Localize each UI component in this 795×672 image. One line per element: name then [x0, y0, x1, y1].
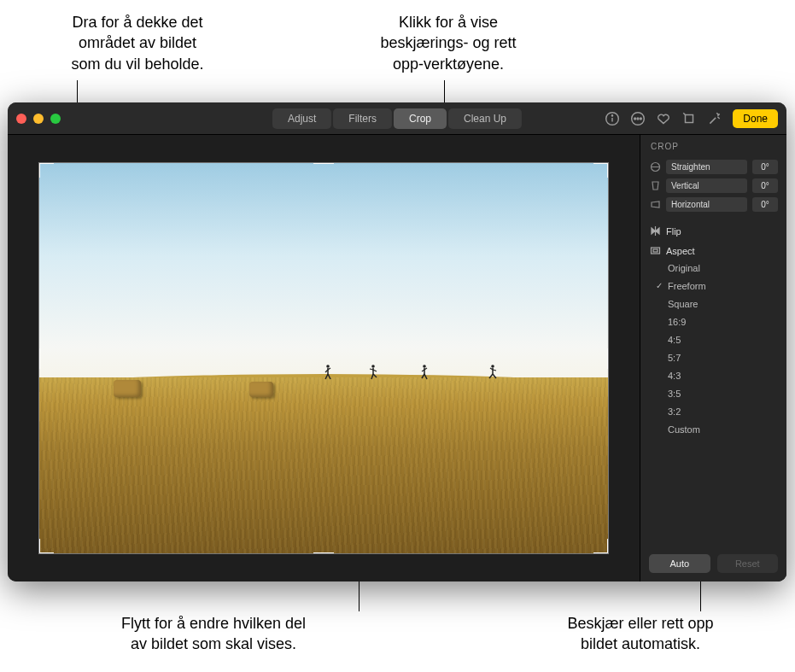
window-body: CROP Straighten 0° Vertical 0°	[8, 135, 786, 581]
edit-tabs: Adjust Filters Crop Clean Up	[272, 108, 523, 129]
horizontal-row: Horizontal 0°	[649, 197, 778, 212]
enhance-icon[interactable]	[707, 111, 722, 126]
callout-line	[700, 581, 701, 611]
crop-handle-bottom-left[interactable]	[38, 539, 54, 554]
aspect-header[interactable]: Aspect	[649, 241, 778, 260]
svg-line-23	[424, 374, 427, 379]
aspect-4-5[interactable]: 4:5	[668, 332, 778, 348]
aspect-icon	[649, 245, 661, 256]
slider-label: Straighten	[671, 162, 710, 172]
aspect-custom[interactable]: Custom	[668, 422, 778, 437]
aspect-original[interactable]: Original	[668, 260, 778, 276]
svg-rect-34	[651, 248, 659, 254]
straighten-slider[interactable]: Straighten	[666, 160, 747, 174]
callout-crop-tools: Klikk for å vise beskjærings- og rett op…	[337, 12, 559, 74]
crop-handle-top-right[interactable]	[593, 162, 609, 178]
flip-button[interactable]: Flip	[649, 221, 778, 241]
straighten-icon	[649, 161, 661, 172]
callout-drag: Dra for å dekke det området av bildet so…	[31, 12, 244, 74]
rotate-icon[interactable]	[681, 111, 697, 126]
svg-line-29	[493, 374, 496, 378]
canvas-area	[8, 135, 640, 581]
svg-line-28	[489, 374, 493, 378]
svg-point-6	[640, 118, 642, 120]
crop-handle-top[interactable]	[313, 162, 334, 164]
tab-adjust[interactable]: Adjust	[272, 108, 331, 129]
svg-point-4	[634, 118, 636, 120]
aspect-3-5[interactable]: 3:5	[668, 386, 778, 401]
info-icon[interactable]	[605, 111, 620, 126]
runner-figure	[488, 364, 497, 381]
tab-filters[interactable]: Filters	[333, 108, 392, 129]
flip-icon	[649, 225, 661, 237]
slider-label: Vertical	[671, 181, 699, 190]
svg-point-2	[612, 114, 613, 115]
crop-handle-left[interactable]	[38, 348, 40, 369]
svg-point-14	[371, 365, 375, 369]
slider-label: Horizontal	[671, 200, 710, 209]
runner-figure	[324, 364, 332, 381]
crop-handle-top-left[interactable]	[38, 162, 54, 178]
crop-handle-bottom[interactable]	[313, 552, 334, 554]
aspect-list: Original Freeform Square 16:9 4:5 5:7 4:…	[649, 260, 778, 437]
reset-button: Reset	[717, 554, 779, 573]
more-icon[interactable]	[630, 111, 646, 126]
photo-sky	[39, 163, 608, 394]
hay-bale	[249, 382, 273, 397]
callout-move: Flytt for å endre hvilken del av bildet …	[85, 613, 342, 655]
horizontal-slider[interactable]: Horizontal	[666, 197, 747, 212]
window-controls	[16, 114, 61, 124]
svg-rect-7	[686, 114, 693, 122]
aspect-16-9[interactable]: 16:9	[668, 314, 778, 330]
aspect-square[interactable]: Square	[668, 296, 778, 312]
minimize-button[interactable]	[33, 114, 44, 124]
auto-button[interactable]: Auto	[649, 554, 710, 573]
tab-cleanup[interactable]: Clean Up	[448, 108, 522, 129]
svg-point-26	[491, 365, 494, 369]
aspect-4-3[interactable]: 4:3	[668, 368, 778, 383]
svg-line-11	[328, 374, 330, 379]
aspect-3-2[interactable]: 3:2	[668, 404, 778, 419]
favorite-icon[interactable]	[656, 111, 671, 126]
svg-point-20	[423, 365, 426, 369]
crop-handle-right[interactable]	[607, 348, 609, 369]
crop-handle-bottom-right[interactable]	[593, 539, 609, 554]
svg-line-17	[373, 374, 377, 377]
flip-label: Flip	[666, 226, 681, 237]
vertical-slider[interactable]: Vertical	[666, 178, 747, 193]
runner-figure	[420, 364, 429, 381]
svg-rect-35	[653, 249, 658, 252]
crop-sidebar: CROP Straighten 0° Vertical 0°	[640, 135, 786, 581]
maximize-button[interactable]	[50, 114, 61, 124]
horizontal-value[interactable]: 0°	[752, 197, 778, 212]
close-button[interactable]	[16, 114, 26, 124]
tab-crop[interactable]: Crop	[394, 108, 447, 129]
vertical-row: Vertical 0°	[649, 178, 778, 193]
aspect-label: Aspect	[666, 246, 695, 256]
toolbar-right: Done	[605, 109, 778, 128]
sidebar-title: CROP	[649, 142, 778, 151]
photo-crop-frame[interactable]	[38, 162, 609, 554]
hay-bale	[114, 380, 141, 397]
app-window: Adjust Filters Crop Clean Up Done	[8, 102, 786, 581]
vertical-perspective-icon	[649, 180, 661, 191]
aspect-5-7[interactable]: 5:7	[668, 350, 778, 365]
svg-point-8	[326, 365, 330, 369]
aspect-freeform[interactable]: Freeform	[668, 278, 778, 294]
straighten-row: Straighten 0°	[649, 160, 778, 174]
svg-line-10	[325, 374, 328, 379]
done-button[interactable]: Done	[733, 109, 778, 128]
svg-line-16	[371, 374, 373, 379]
callout-auto: Beskjær eller rett opp bildet automatisk…	[529, 613, 751, 655]
svg-point-5	[637, 118, 639, 120]
titlebar: Adjust Filters Crop Clean Up Done	[8, 102, 786, 135]
horizontal-perspective-icon	[649, 199, 661, 210]
vertical-value[interactable]: 0°	[752, 178, 778, 193]
sidebar-footer: Auto Reset	[649, 554, 778, 573]
runner-figure	[369, 364, 377, 381]
photo-field	[39, 377, 608, 553]
straighten-value[interactable]: 0°	[752, 160, 778, 174]
